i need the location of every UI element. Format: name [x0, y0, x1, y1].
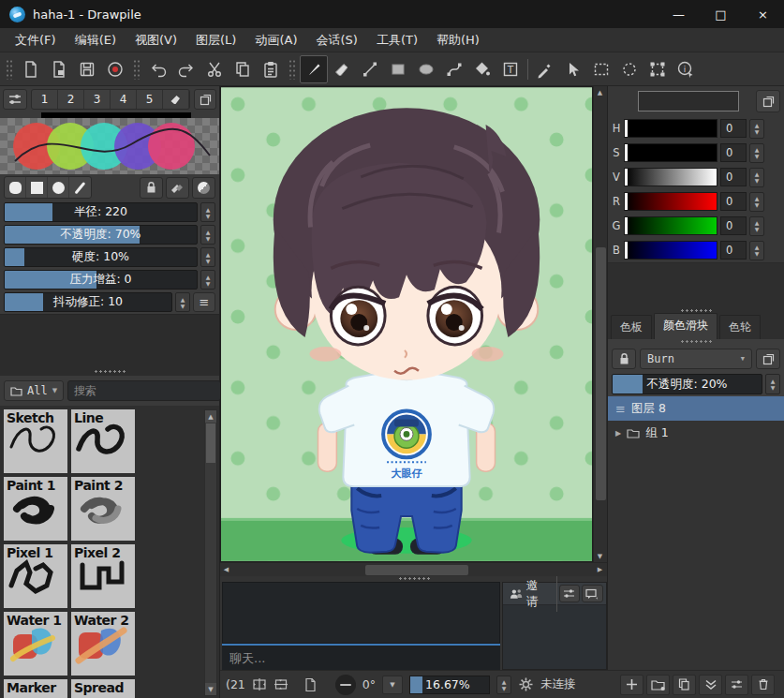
- spinner[interactable]: ▲▼: [749, 216, 764, 236]
- select-rectangle-tool-button[interactable]: [587, 55, 615, 83]
- brush-slot-3[interactable]: 3: [84, 90, 111, 109]
- red-slider[interactable]: [624, 192, 717, 211]
- scroll-down-icon[interactable]: ▼: [205, 683, 216, 695]
- brush-shape-round-button[interactable]: [48, 177, 69, 198]
- delete-layer-button[interactable]: [751, 675, 775, 695]
- dock-handle[interactable]: [94, 369, 126, 374]
- spinner[interactable]: ▲▼: [200, 270, 215, 290]
- radius-slider[interactable]: 半径: 220: [4, 202, 198, 222]
- canvas-vertical-scrollbar[interactable]: ▲ ▼: [593, 86, 607, 562]
- scrollbar-thumb[interactable]: [596, 247, 606, 500]
- new-file-button[interactable]: [17, 55, 45, 83]
- redo-button[interactable]: [172, 55, 200, 83]
- chat-messages[interactable]: [222, 582, 500, 644]
- flip-horizontal-icon[interactable]: [252, 677, 267, 691]
- eraser-mode-button[interactable]: [166, 177, 189, 199]
- line-tool-button[interactable]: [356, 55, 384, 83]
- expand-icon[interactable]: ▶: [615, 429, 621, 438]
- preset-scrollbar[interactable]: ▲ ▼: [204, 409, 217, 696]
- brush-slot-5[interactable]: 5: [137, 90, 163, 109]
- lock-alpha-button[interactable]: [140, 177, 163, 199]
- spinner[interactable]: ▲▼: [749, 119, 764, 139]
- brush-tool-button[interactable]: [300, 55, 328, 83]
- preset-paint-1[interactable]: Paint 1: [4, 477, 67, 541]
- saturation-value[interactable]: 0: [720, 143, 747, 162]
- value-slider[interactable]: [624, 168, 717, 186]
- chat-mode-button[interactable]: [582, 585, 603, 602]
- preset-filter-dropdown[interactable]: All ▼: [4, 380, 64, 401]
- flip-vertical-icon[interactable]: [274, 677, 288, 691]
- preset-pixel-2[interactable]: Pixel 2: [71, 544, 135, 608]
- eraser-slot[interactable]: [163, 90, 189, 109]
- preset-pixel-1[interactable]: Pixel 1: [4, 544, 67, 608]
- zoom-settings-gear-icon[interactable]: [518, 676, 534, 692]
- layer-group-row[interactable]: ▶ 组 1: [608, 421, 784, 445]
- preset-search-input[interactable]: [67, 380, 221, 401]
- smoothing-slider[interactable]: 抖动修正: 10: [4, 292, 172, 312]
- rectangle-tool-button[interactable]: [384, 55, 412, 83]
- layer-properties-button[interactable]: [725, 675, 748, 695]
- preset-spread[interactable]: Spread: [71, 679, 135, 698]
- scroll-right-icon[interactable]: ▶: [594, 564, 606, 576]
- spinner[interactable]: ▲▼: [749, 168, 764, 187]
- tab-color-sliders[interactable]: 颜色滑块: [654, 313, 717, 339]
- scroll-left-icon[interactable]: ◀: [220, 564, 232, 576]
- record-button[interactable]: [101, 55, 129, 83]
- spinner[interactable]: ▲▼: [175, 292, 190, 312]
- toolbar-grip[interactable]: [133, 59, 141, 80]
- menu-view[interactable]: 视图(V): [126, 28, 186, 52]
- preset-water-1[interactable]: Water 1: [4, 612, 67, 676]
- select-lasso-tool-button[interactable]: [615, 55, 643, 83]
- spinner[interactable]: ▲▼: [749, 143, 764, 163]
- laser-pointer-tool-button[interactable]: [559, 55, 587, 83]
- rotation-dial[interactable]: [335, 675, 356, 695]
- scroll-up-icon[interactable]: ▲: [205, 410, 216, 423]
- spinner[interactable]: ▲▼: [200, 202, 215, 222]
- color-name-field[interactable]: [638, 91, 739, 111]
- color-picker-tool-button[interactable]: [531, 55, 559, 83]
- scroll-down-icon[interactable]: ▼: [594, 550, 606, 562]
- paste-button[interactable]: [257, 55, 285, 83]
- merge-down-button[interactable]: [699, 675, 722, 695]
- scroll-up-icon[interactable]: ▲: [594, 86, 606, 98]
- preset-sketch[interactable]: Sketch: [4, 409, 67, 473]
- tab-color-wheel[interactable]: 色轮: [719, 315, 761, 339]
- zoom-slider[interactable]: 16.67%: [409, 676, 490, 694]
- session-settings-button[interactable]: [559, 585, 580, 602]
- canvas-horizontal-scrollbar[interactable]: ◀ ▶: [220, 562, 607, 576]
- curve-tool-button[interactable]: [440, 55, 468, 83]
- detach-dock-button[interactable]: [194, 89, 216, 110]
- brush-shape-square-button[interactable]: [26, 177, 48, 198]
- preset-water-2[interactable]: Water 2: [71, 612, 135, 676]
- drawing-canvas[interactable]: 大眼仔: [220, 86, 593, 562]
- saturation-slider[interactable]: [624, 143, 717, 162]
- tab-palette[interactable]: 色板: [611, 315, 652, 339]
- copy-button[interactable]: [229, 55, 257, 83]
- menu-tools[interactable]: 工具(T): [367, 28, 427, 52]
- undo-button[interactable]: [144, 55, 172, 83]
- add-group-button[interactable]: [646, 675, 670, 695]
- chat-handle[interactable]: [398, 576, 430, 581]
- text-tool-button[interactable]: T: [496, 55, 525, 83]
- inspect-tool-button[interactable]: i: [672, 55, 700, 83]
- toolbar-grip[interactable]: [6, 59, 13, 80]
- value-value[interactable]: 0: [720, 168, 747, 186]
- hardness-slider[interactable]: 硬度: 10%: [4, 247, 198, 267]
- hue-slider[interactable]: [624, 119, 717, 138]
- blue-slider[interactable]: [624, 241, 717, 260]
- red-value[interactable]: 0: [720, 192, 747, 211]
- page-icon[interactable]: [303, 677, 318, 692]
- spinner[interactable]: ▲▼: [765, 374, 780, 394]
- menu-file[interactable]: 文件(F): [6, 28, 66, 52]
- layer-row-selected[interactable]: ≡ 图层 8: [608, 396, 784, 421]
- menu-help[interactable]: 帮助(H): [427, 28, 489, 52]
- save-button[interactable]: [73, 55, 101, 83]
- cut-button[interactable]: [200, 55, 229, 83]
- spinner[interactable]: ▲▼: [749, 241, 764, 260]
- preset-paint-2[interactable]: Paint 2: [71, 477, 135, 541]
- brush-preview[interactable]: [0, 118, 219, 174]
- open-file-button[interactable]: [45, 55, 73, 83]
- brush-shape-pen-button[interactable]: [69, 177, 91, 198]
- eraser-tool-button[interactable]: [328, 55, 356, 83]
- close-button[interactable]: ×: [742, 0, 784, 28]
